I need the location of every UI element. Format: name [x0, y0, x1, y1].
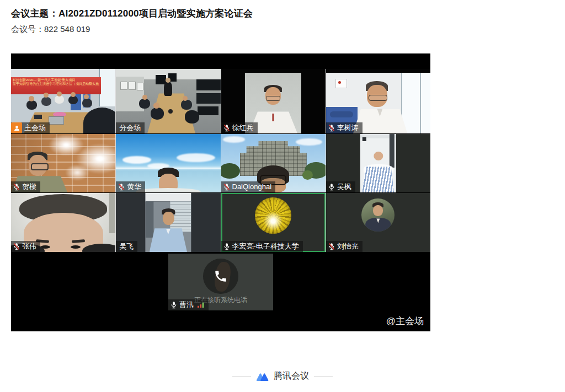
mic-on-icon — [328, 183, 335, 191]
meeting-title: 会议主题：AI2021ZD0112000项目启动暨实施方案论证会 — [11, 7, 253, 20]
participant-label: 分会场 — [116, 122, 145, 133]
participant-name: 徐红兵 — [232, 122, 254, 133]
video-grid: 科技创新2030—“新一代人工智能”重大项目 基于知识引导的自主演进学习理论和方… — [11, 53, 430, 331]
participant-label: 吴枫 — [326, 181, 355, 192]
wufeng-video — [360, 134, 396, 192]
participant-label: 刘怡光 — [326, 241, 363, 252]
participant-name: 李树涛 — [337, 122, 359, 133]
participant-name: 主会场 — [24, 122, 46, 133]
tile-wufeng[interactable]: 吴枫 — [326, 134, 430, 192]
tile-caoxun[interactable]: 正在接听系统电话 曹汛 — [168, 254, 273, 310]
mic-muted-icon — [328, 243, 335, 250]
meeting-number: 会议号：822 548 019 — [11, 24, 90, 35]
video-row-2: 贺樑 黄华 — [11, 134, 430, 192]
tile-lihongliang[interactable]: 李宏亮-电子科技大学 — [221, 193, 326, 252]
mic-muted-icon — [328, 124, 335, 132]
tile-branch-room[interactable]: 分会场 — [116, 69, 220, 133]
tile-main-room[interactable]: 科技创新2030—“新一代人工智能”重大项目 基于知识引导的自主演进学习理论和方… — [11, 69, 115, 133]
video-row-1: 科技创新2030—“新一代人工智能”重大项目 基于知识引导的自主演进学习理论和方… — [11, 69, 430, 133]
tile-liuyiguang[interactable]: 刘怡光 — [326, 193, 430, 252]
tencent-meeting-logo-icon — [256, 371, 269, 382]
mic-muted-icon — [118, 183, 125, 191]
participant-name: 贺樑 — [22, 181, 36, 192]
participant-label: 贺樑 — [11, 181, 40, 192]
mic-on-icon — [170, 301, 177, 309]
lihongliang-avatar — [255, 197, 291, 234]
participant-label: 吴飞 — [116, 241, 137, 252]
room-watermark: @主会场 — [386, 315, 424, 327]
participant-label: 李树涛 — [326, 122, 363, 133]
tile-huanghua[interactable]: 黄华 — [116, 134, 220, 192]
mic-muted-icon — [13, 243, 20, 250]
participant-label: DaiQionghai — [221, 181, 276, 192]
phone-icon — [214, 269, 228, 283]
mic-muted-icon — [13, 183, 20, 191]
video-row-4: 正在接听系统电话 曹汛 — [11, 254, 430, 310]
mic-on-icon — [223, 243, 230, 250]
participant-name: DaiQionghai — [232, 181, 272, 192]
tile-heliang[interactable]: 贺樑 — [11, 134, 115, 192]
participant-label: 主会场 — [11, 122, 50, 133]
wufei-video — [145, 193, 191, 252]
participant-name: 曹汛 — [179, 299, 194, 310]
divider-line — [314, 376, 333, 377]
brand-name: 腾讯会议 — [274, 370, 309, 382]
liuyiguang-avatar — [361, 198, 395, 232]
participant-label: 黄华 — [116, 181, 145, 192]
mic-muted-icon — [223, 124, 230, 132]
mic-muted-icon — [223, 183, 230, 191]
tile-lishutao[interactable]: 李树涛 — [326, 69, 430, 133]
participant-name: 刘怡光 — [337, 241, 359, 252]
participant-name: 分会场 — [119, 122, 141, 133]
tile-wufei[interactable]: 吴飞 — [116, 193, 220, 252]
video-row-3: 张伟 吴飞 — [11, 193, 430, 252]
participant-name: 吴飞 — [119, 241, 134, 252]
participant-name: 黄华 — [127, 181, 141, 192]
tile-daiqionghai[interactable]: DaiQionghai — [221, 134, 326, 192]
participant-name: 张伟 — [22, 241, 36, 252]
tile-zhangwei[interactable]: 张伟 — [11, 193, 115, 252]
member-badge-icon — [11, 122, 22, 133]
participant-label: 李宏亮-电子科技大学 — [221, 241, 303, 252]
signal-bars-icon — [197, 302, 205, 308]
participant-label: 徐红兵 — [221, 122, 258, 133]
tile-xuhongbing[interactable]: 徐红兵 — [221, 69, 326, 133]
participant-name: 吴枫 — [337, 181, 351, 192]
divider-line — [232, 376, 251, 377]
participant-label: 张伟 — [11, 241, 40, 252]
participant-name: 李宏亮-电子科技大学 — [232, 241, 299, 252]
caoxun-avatar — [203, 259, 238, 294]
brand-footer: 腾讯会议 — [0, 370, 565, 382]
participant-label: 曹汛 — [168, 299, 209, 310]
banner-text: 科技创新2030—“新一代人工智能”重大项目 基于知识引导的自主演进学习理论和方… — [13, 78, 99, 86]
